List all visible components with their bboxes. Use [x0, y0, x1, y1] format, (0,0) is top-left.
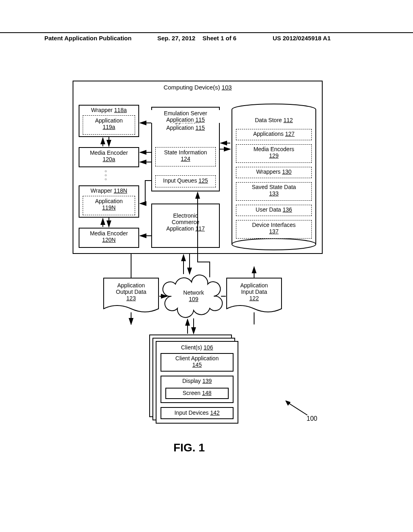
queues-ref: 125	[198, 177, 208, 184]
wrapper-n: Wrapper 118N Application 119N	[79, 185, 139, 218]
wrapper-n-title: Wrapper	[91, 187, 112, 194]
connectors-extra	[0, 0, 413, 532]
output-data-label: ApplicationOutput Data123	[103, 282, 159, 301]
computing-title: Computing Device(s)	[163, 84, 220, 91]
input-devices-box: Input Devices 142	[161, 407, 234, 419]
app-a-ref: 119a	[102, 124, 115, 130]
connectors	[0, 0, 413, 532]
ds-device-interfaces: Device Interfaces137	[236, 220, 312, 239]
svg-line-5	[287, 402, 307, 415]
input-data-label: ApplicationInput Data122	[226, 282, 282, 301]
emu-line2: Application 115	[166, 116, 205, 123]
ds-wrappers: Wrappers 130	[236, 167, 312, 178]
data-store-title: Data Store 112	[231, 117, 317, 123]
computing-ref: 103	[222, 84, 232, 91]
app-n-ref: 119N	[102, 204, 115, 211]
ds-encoders: Media Encoders129	[236, 144, 312, 163]
encoder-n: Media Encoder 120N	[79, 228, 139, 248]
state-title: State Information	[156, 149, 215, 156]
ecom-l1: Electronic	[152, 212, 219, 219]
svg-point-4	[232, 239, 316, 250]
encoder-a: Media Encoder 120a	[79, 147, 139, 167]
enc-n-ref: 120N	[102, 237, 115, 243]
app-n-title: Application	[83, 198, 135, 204]
wrapper-a: Wrapper 118a Application 119a	[79, 105, 139, 137]
input-queues: Input Queues 125	[155, 175, 216, 187]
wrapper-n-ref: 118N	[114, 187, 127, 194]
client-ref: 106	[204, 344, 213, 351]
enc-n-title: Media Encoder	[79, 230, 138, 237]
figure-label: FIG. 1	[173, 441, 205, 454]
wrapper-a-ref: 118a	[114, 107, 127, 113]
header-sheet: Sheet 1 of 6	[202, 35, 236, 42]
state-ref: 124	[181, 156, 190, 162]
screen-box: Screen 148	[165, 388, 229, 399]
application-a: Application 119a	[83, 115, 135, 135]
ds-saved-state: Saved State Data133	[236, 182, 312, 201]
system-ref: 100	[307, 415, 317, 422]
application-n: Application 119N	[83, 196, 135, 215]
ecom-l3: Application 117	[166, 225, 205, 232]
header-num: US 2012/0245918 A1	[273, 35, 331, 42]
display-box: Display 139 Screen 148	[161, 376, 234, 403]
queues-title: Input Queues	[163, 177, 197, 184]
ds-user-data: User Data 136	[236, 205, 312, 216]
ecommerce-app: Electronic Commerce Application 117	[151, 204, 220, 248]
ds-apps: Applications 127	[236, 129, 312, 140]
state-info: State Information 124	[155, 147, 216, 166]
ecom-l2: Commerce	[152, 219, 219, 225]
wrapper-a-title: Wrapper	[91, 107, 113, 113]
enc-a-title: Media Encoder	[79, 150, 138, 156]
emu-line1: Emulation Server	[164, 110, 207, 116]
client-app: Client Application145	[161, 353, 234, 372]
svg-marker-6	[286, 401, 290, 405]
emu-ref: 115	[196, 125, 205, 131]
header-date: Sep. 27, 2012	[157, 35, 195, 42]
app-a-title: Application	[83, 117, 135, 124]
enc-a-ref: 120a	[102, 156, 115, 162]
network-label: Network109	[163, 289, 224, 302]
header-pub: Patent Application Publication	[44, 35, 131, 42]
client-title: Client(s)	[181, 344, 202, 351]
ellipsis-icon: ○○○	[104, 169, 107, 181]
